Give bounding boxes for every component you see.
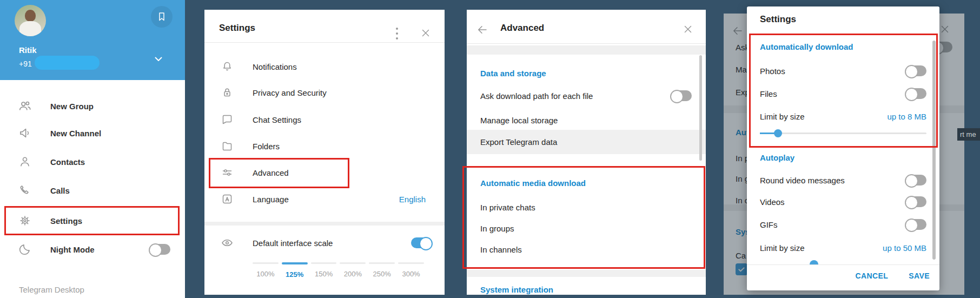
item-label: Privacy and Security xyxy=(253,88,327,97)
section-header-media-download: Automatic media download xyxy=(480,178,586,188)
auto-download-modal: Settings Automatically download Photos F… xyxy=(747,6,939,290)
sidebar-item-label: New Channel xyxy=(50,129,101,138)
videos-toggle[interactable] xyxy=(906,196,926,207)
settings-item-privacy[interactable]: Privacy and Security xyxy=(204,81,445,104)
phone-icon xyxy=(18,183,32,197)
close-icon[interactable] xyxy=(420,27,432,39)
profile-phone-prefix: +91 xyxy=(19,59,32,68)
row-in-channels[interactable]: In channels xyxy=(467,239,706,260)
settings-window: Settings Notifications Privacy and Secur… xyxy=(204,10,445,295)
section-header-auto-download: Automatically download xyxy=(760,42,853,51)
bookmark-icon xyxy=(155,10,168,23)
divider xyxy=(204,42,445,43)
modal-title: Settings xyxy=(760,14,796,25)
files-toggle[interactable] xyxy=(906,88,926,99)
scrollbar[interactable] xyxy=(699,55,702,161)
moon-icon xyxy=(18,242,32,256)
settings-item-folders[interactable]: Folders xyxy=(204,134,445,158)
phone-number-redaction xyxy=(35,56,100,70)
folder-icon xyxy=(221,140,234,153)
more-options-icon[interactable] xyxy=(396,28,398,39)
main-menu-sidebar: Ritik +91 New Group New Channel Contacts… xyxy=(0,0,185,298)
settings-item-advanced[interactable]: Advanced xyxy=(204,161,445,184)
scale-option-125-selected[interactable]: 125% xyxy=(282,262,308,279)
people-icon xyxy=(18,99,32,113)
section-gap xyxy=(204,222,445,226)
divider xyxy=(467,43,706,44)
section-gap xyxy=(467,270,706,277)
section-header-autoplay: Autoplay xyxy=(760,153,794,162)
item-label: Notifications xyxy=(253,62,297,71)
profile-name: Ritik xyxy=(19,45,37,55)
item-label: Default interface scale xyxy=(253,239,333,248)
settings-item-chat-settings[interactable]: Chat Settings xyxy=(204,108,445,131)
lock-icon xyxy=(221,86,234,99)
section-gap xyxy=(467,45,706,55)
photos-toggle[interactable] xyxy=(906,65,926,76)
profile-header: Ritik +91 xyxy=(0,0,185,80)
sidebar-item-settings[interactable]: Settings xyxy=(0,207,185,235)
back-arrow-icon[interactable] xyxy=(476,23,489,36)
scale-option-300[interactable]: 300% xyxy=(398,262,424,279)
interface-scale-row[interactable]: Default interface scale xyxy=(204,230,445,256)
sidebar-item-label: New Group xyxy=(50,102,94,111)
sidebar-item-label: Calls xyxy=(50,186,70,195)
row-in-groups[interactable]: In groups xyxy=(467,217,706,239)
gear-icon xyxy=(18,214,32,228)
language-value[interactable]: English xyxy=(399,195,426,204)
sidebar-item-contacts[interactable]: Contacts xyxy=(0,148,185,176)
scale-option-150[interactable]: 150% xyxy=(311,262,337,279)
scale-option-250[interactable]: 250% xyxy=(369,262,395,279)
size-limit-slider[interactable] xyxy=(760,133,926,134)
item-label: Language xyxy=(253,195,289,204)
divider xyxy=(747,264,939,265)
window-title: Advanced xyxy=(500,23,544,34)
round-video-toggle[interactable] xyxy=(906,175,926,186)
ask-download-path-toggle[interactable] xyxy=(671,90,692,101)
section-header-system-integration: System integration xyxy=(480,285,553,294)
section-header-data-storage: Data and storage xyxy=(480,69,546,78)
item-label: Chat Settings xyxy=(253,115,301,124)
night-mode-toggle[interactable] xyxy=(150,244,170,255)
gifs-toggle[interactable] xyxy=(906,219,926,230)
row-export-telegram-data[interactable]: Export Telegram data xyxy=(467,130,706,154)
interface-scale-toggle[interactable] xyxy=(411,237,432,248)
sidebar-item-new-group[interactable]: New Group xyxy=(0,92,185,120)
megaphone-icon xyxy=(18,126,32,140)
item-label: Advanced xyxy=(253,168,289,177)
scale-option-200[interactable]: 200% xyxy=(340,262,366,279)
chevron-down-icon[interactable] xyxy=(152,52,165,65)
sliders-icon xyxy=(221,166,234,179)
item-label: Folders xyxy=(253,142,280,151)
scale-option-100[interactable]: 100% xyxy=(253,262,279,279)
telegram-settings-collage: Ritik +91 New Group New Channel Contacts… xyxy=(0,0,980,298)
sidebar-item-label: Night Mode xyxy=(50,245,95,254)
interface-scale-ruler: 100% 125% 150% 200% 250% 300% xyxy=(253,262,427,279)
scrollbar[interactable] xyxy=(932,41,936,260)
size-limit-value: up to 8 MB xyxy=(887,112,926,121)
size-limit-value: up to 50 MB xyxy=(883,243,926,253)
sidebar-item-calls[interactable]: Calls xyxy=(0,176,185,204)
sidebar-item-label: Settings xyxy=(50,216,82,226)
advanced-window: Advanced Data and storage Ask download p… xyxy=(467,10,706,295)
bell-icon xyxy=(221,60,234,73)
window-title: Settings xyxy=(219,23,255,34)
chat-icon xyxy=(221,113,234,126)
avatar[interactable] xyxy=(15,5,46,36)
close-icon[interactable] xyxy=(682,23,694,35)
cancel-button[interactable]: CANCEL xyxy=(856,271,889,280)
saved-messages-button[interactable] xyxy=(151,6,173,28)
eye-icon xyxy=(221,236,234,249)
settings-item-notifications[interactable]: Notifications xyxy=(204,55,445,78)
clipped-slider-knob[interactable] xyxy=(810,260,818,264)
person-icon xyxy=(18,155,32,169)
language-icon xyxy=(221,193,234,206)
save-button[interactable]: SAVE xyxy=(909,271,930,280)
sidebar-item-label: Contacts xyxy=(50,157,85,167)
row-manage-local-storage[interactable]: Manage local storage xyxy=(467,109,706,131)
modal-button-bar: CANCEL SAVE xyxy=(856,271,930,280)
app-version-label: Telegram Desktop xyxy=(19,285,84,294)
slider-knob[interactable] xyxy=(774,129,782,137)
sidebar-item-new-channel[interactable]: New Channel xyxy=(0,119,185,147)
row-in-private-chats[interactable]: In private chats xyxy=(467,196,706,218)
